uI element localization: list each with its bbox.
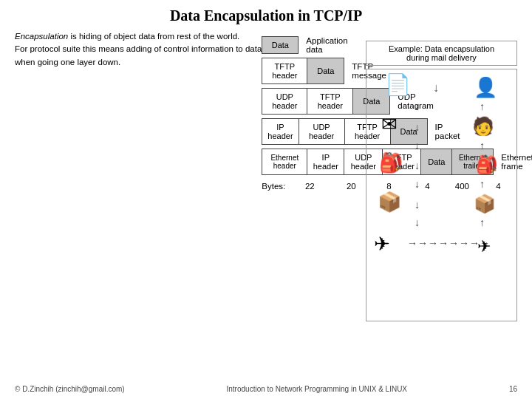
cell-ip-header: IPheader (262, 118, 299, 145)
cell-udp-header-2: UDPheader (299, 118, 345, 145)
intro-rest: is hiding of object data from rest of th… (68, 32, 239, 41)
paper-icon: 📄 (385, 73, 411, 97)
intro-line3: when going one layer down. (15, 58, 120, 66)
svg-text:↓: ↓ (433, 81, 439, 94)
svg-text:↓: ↓ (415, 121, 420, 133)
mailman-icon: 🧑 (472, 115, 494, 137)
bag-icon-left: 🎒 (379, 151, 403, 174)
svg-text:↓: ↓ (415, 100, 420, 112)
cell-tftp-header: TFTPheader (262, 58, 307, 84)
svg-text:↑: ↑ (480, 178, 485, 190)
airplane-icon-right: ✈ (477, 237, 491, 256)
svg-text:↑: ↑ (480, 216, 485, 228)
svg-text:↓: ↓ (415, 199, 420, 211)
page-title: Data Encapsulation in TCP/IP (15, 7, 517, 24)
byte-20: 20 (332, 182, 369, 191)
cell-data-2: Data (307, 58, 344, 84)
example-title: Example: Data encapsulation during mail … (366, 41, 517, 66)
intro-line2: For protocol suite this means adding of … (15, 44, 262, 53)
airplane-icon: ✈ (374, 233, 390, 255)
svg-text:↓: ↓ (415, 140, 420, 151)
byte-22: 22 (287, 182, 332, 191)
box-icon-right: 📦 (474, 193, 496, 214)
footer-left: © D.Zinchih (zinchih@gmail.com) (15, 385, 125, 393)
label-application: Applicationdata (306, 36, 347, 54)
svg-text:↓: ↓ (415, 160, 420, 171)
cell-data-1: Data (262, 36, 299, 54)
envelope-icon: ✉ (381, 113, 398, 135)
svg-text:↓: ↓ (415, 178, 420, 190)
box-icon-left: 📦 (378, 190, 402, 214)
cell-ip-header-2: IPheader (307, 149, 344, 175)
intro-italic: Encapsulation (15, 32, 68, 41)
mail-delivery-svg: 📄 ↓ 👤 ↓ ↑ ✉ ↓ ↑ 🧑 ↓ ↑ 🎒 (370, 73, 511, 317)
intro-text: Encapsulation is hiding of object data f… (15, 30, 262, 69)
person-icon: 👤 (474, 75, 498, 99)
footer: © D.Zinchih (zinchih@gmail.com) Introduc… (15, 385, 517, 393)
footer-right: 16 (509, 385, 517, 393)
mail-diagram: 📄 ↓ 👤 ↓ ↑ ✉ ↓ ↑ 🧑 ↓ ↑ 🎒 (366, 69, 517, 321)
cell-udp-header: UDPheader (262, 88, 307, 115)
cell-tftp-header-2: TFTPheader (307, 88, 353, 115)
example-title-text: Example: Data encapsulation (389, 44, 494, 53)
right-panel: Example: Data encapsulation during mail … (366, 41, 517, 321)
svg-text:↑: ↑ (480, 140, 485, 151)
example-subtitle-text: during mail delivery (406, 53, 477, 62)
svg-text:↓: ↓ (415, 216, 420, 228)
bytes-label: Bytes: (262, 182, 284, 191)
svg-text:↑: ↑ (480, 100, 485, 112)
bag-icon-right: 🎒 (476, 154, 498, 175)
cell-ethernet-header: Ethernetheader (262, 149, 307, 175)
footer-center: Introduction to Network Programming in U… (227, 385, 408, 393)
